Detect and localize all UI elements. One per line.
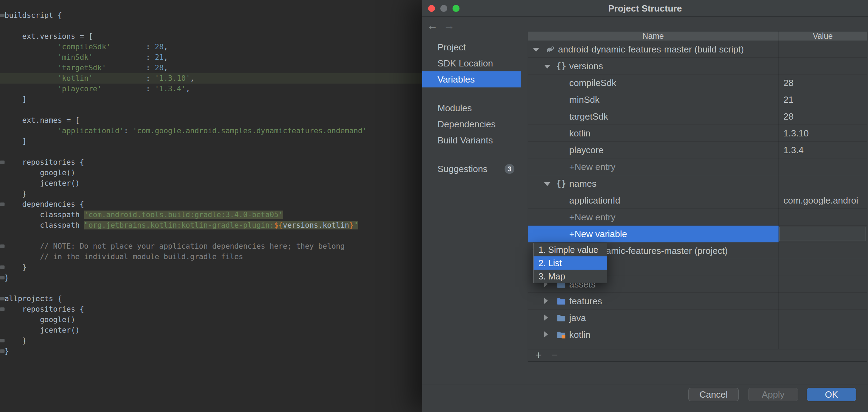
code-text: } <box>5 272 9 283</box>
row-value[interactable]: 1.3.10 <box>783 125 866 142</box>
code-token: , <box>186 85 190 93</box>
code-token: } <box>5 263 27 271</box>
code-text: repositories { <box>5 304 84 314</box>
fold-marker-icon[interactable] <box>0 297 5 300</box>
code-token: : <box>124 127 132 135</box>
code-token: 28 <box>155 43 164 51</box>
code-text: } <box>5 189 27 199</box>
row-name: +New variable <box>569 226 627 242</box>
back-icon[interactable]: ← <box>426 19 438 32</box>
sidebar-item-label: Variables <box>437 74 475 85</box>
table-row-kotlin[interactable]: kotlin1.3.10 <box>528 125 867 142</box>
code-token: '1.3.10' <box>155 74 190 83</box>
row-value[interactable]: com.google.androi <box>783 192 866 209</box>
chevron-right-icon[interactable] <box>544 314 548 321</box>
code-token: dependencies { <box>5 200 84 208</box>
table-row-new-entry[interactable]: +New entry <box>528 158 867 175</box>
row-name: android-dynamic-features-master (build s… <box>558 41 744 58</box>
folder-features-icon <box>556 296 566 306</box>
table-row-applicationid[interactable]: applicationIdcom.google.androi <box>528 192 867 209</box>
sidebar-item-label: Modules <box>437 103 472 113</box>
row-value[interactable]: 28 <box>783 74 866 91</box>
sidebar-item-build-variants[interactable]: Build Variants <box>422 132 521 148</box>
chevron-down-icon[interactable] <box>533 48 539 52</box>
fold-marker-icon[interactable] <box>0 14 5 17</box>
table-row-compilesdk[interactable]: compileSdk28 <box>528 74 867 91</box>
code-token: 'playcore' <box>58 85 102 93</box>
popup-item-1-simple-value[interactable]: 1. Simple value <box>534 243 607 256</box>
code-token: 'com.google.android.samples.dynamicfeatu… <box>133 127 367 135</box>
chevron-down-icon[interactable] <box>544 65 550 69</box>
add-icon[interactable]: + <box>533 348 544 362</box>
code-token: '1.3.4' <box>155 85 186 93</box>
code-token: // in the individual module build.gradle… <box>5 253 243 261</box>
column-header-name[interactable]: Name <box>528 31 778 41</box>
sidebar-item-dependencies[interactable]: Dependencies <box>422 116 521 132</box>
code-token: ${ <box>274 221 283 229</box>
table-row-minsdk[interactable]: minSdk21 <box>528 91 867 108</box>
fold-marker-icon[interactable] <box>0 265 5 269</box>
gradle-icon <box>545 44 555 55</box>
row-name: versions <box>569 58 603 74</box>
table-row-versions[interactable]: {}versions <box>528 58 867 74</box>
code-token: } <box>5 274 9 282</box>
sidebar-item-suggestions[interactable]: Suggestions3 <box>422 161 521 177</box>
sidebar-item-label: Suggestions <box>437 164 487 174</box>
code-token: } <box>5 190 27 198</box>
chevron-down-icon[interactable] <box>544 182 550 186</box>
popup-item-3-map[interactable]: 3. Map <box>534 270 607 283</box>
code-token: google() <box>5 315 75 324</box>
table-row-java[interactable]: java <box>528 310 867 326</box>
table-row-targetsdk[interactable]: targetSdk28 <box>528 108 867 125</box>
table-row-names[interactable]: {}names <box>528 175 867 192</box>
sidebar-item-modules[interactable]: Modules <box>422 100 521 116</box>
table-row-playcore[interactable]: playcore1.3.4 <box>528 142 867 158</box>
code-token: } <box>5 336 27 345</box>
suggestions-badge: 3 <box>505 164 514 174</box>
fold-marker-icon[interactable] <box>0 307 5 311</box>
row-value[interactable]: 1.3.4 <box>783 142 866 158</box>
fold-marker-icon[interactable] <box>0 349 5 353</box>
popup-item-2-list[interactable]: 2. List <box>534 256 607 270</box>
remove-icon[interactable]: − <box>549 348 560 362</box>
apply-button[interactable]: Apply <box>748 388 798 401</box>
sidebar-item-project[interactable]: Project <box>422 39 521 55</box>
chevron-right-icon[interactable] <box>544 331 548 338</box>
code-token: ] <box>5 137 27 145</box>
fold-marker-icon[interactable] <box>0 276 5 279</box>
folder-kotlin-icon <box>556 329 566 340</box>
fold-marker-icon[interactable] <box>0 339 5 342</box>
code-token: 'targetSdk' <box>58 64 106 72</box>
code-text: 'targetSdk' : 28, <box>5 63 168 73</box>
table-row-android-dynamic-features-master-build-script[interactable]: android-dynamic-features-master (build s… <box>528 41 867 58</box>
table-row-kotlin[interactable]: kotlin <box>528 326 867 343</box>
value-editor-cell[interactable] <box>779 227 866 241</box>
fold-marker-icon[interactable] <box>0 203 5 206</box>
fold-marker-icon[interactable] <box>0 161 5 164</box>
cancel-button[interactable]: Cancel <box>688 388 739 401</box>
row-name: minSdk <box>569 91 600 108</box>
code-token: jcenter() <box>5 326 80 334</box>
code-token: : <box>93 53 155 62</box>
code-token: ext.names = [ <box>5 116 80 125</box>
row-value[interactable]: 21 <box>783 91 866 108</box>
code-token: 21 <box>155 53 164 62</box>
row-name: compileSdk <box>569 74 616 91</box>
ok-button[interactable]: OK <box>807 388 856 401</box>
forward-icon[interactable]: → <box>443 19 455 32</box>
table-row-features[interactable]: features <box>528 293 867 310</box>
row-value[interactable]: 28 <box>783 108 866 125</box>
table-row-new-entry[interactable]: +New entry <box>528 209 867 226</box>
code-token: : <box>93 74 155 83</box>
dialog-titlebar[interactable]: Project Structure <box>422 0 868 17</box>
code-text: } <box>5 335 27 346</box>
sidebar-item-sdk-location[interactable]: SDK Location <box>422 55 521 71</box>
code-text: ] <box>5 94 27 105</box>
chevron-right-icon[interactable] <box>544 298 548 304</box>
row-name: features <box>569 293 602 310</box>
fold-marker-icon[interactable] <box>0 244 5 248</box>
sidebar-item-variables[interactable]: Variables <box>422 71 521 87</box>
table-row-new-variable[interactable]: +New variable <box>528 226 867 242</box>
column-header-value[interactable]: Value <box>779 31 867 41</box>
row-name: kotlin <box>569 326 591 343</box>
